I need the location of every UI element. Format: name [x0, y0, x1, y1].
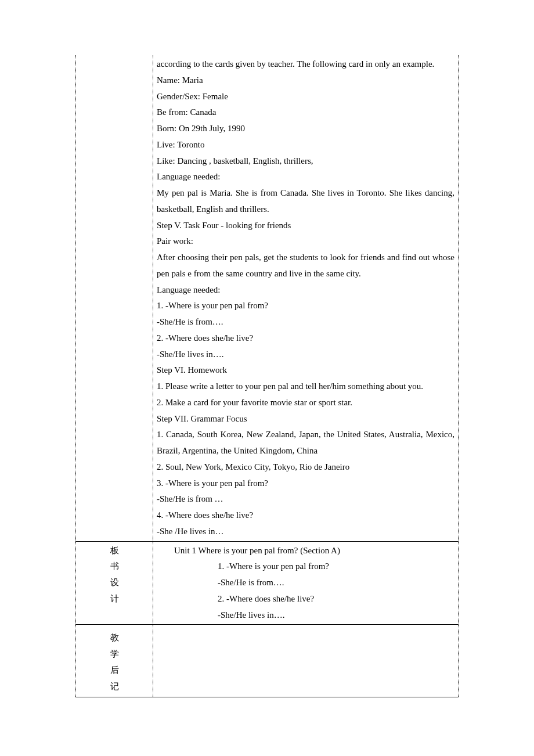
content-line: Pair work: — [157, 233, 454, 250]
board-line: -She/He lives in…. — [157, 607, 454, 624]
content-line: 2. Soul, New York, Mexico City, Tokyo, R… — [157, 459, 454, 476]
document-page: according to the cards given by teacher.… — [0, 0, 534, 756]
content-line: -She/He lives in…. — [157, 347, 454, 363]
content-line: 3. -Where is your pen pal from? — [157, 476, 454, 492]
content-line: Live: Toronto — [157, 137, 454, 153]
label-char: 学 — [80, 646, 149, 663]
content-line: Gender/Sex: Female — [157, 89, 454, 105]
content-line: Language needed: — [157, 282, 454, 298]
label-char: 计 — [80, 591, 149, 607]
content-line: Like: Dancing , basketball, English, thr… — [157, 153, 454, 170]
content-line: -She /He lives in… — [157, 524, 454, 540]
table-row: according to the cards given by teacher.… — [76, 55, 459, 541]
content-line: according to the cards given by teacher.… — [157, 56, 454, 73]
content-line: Language needed: — [157, 169, 454, 185]
row3-content-cell — [153, 625, 459, 697]
label-char: 教 — [80, 630, 149, 646]
label-char: 记 — [80, 679, 149, 695]
row3-label-cell: 教 学 后 记 — [76, 625, 153, 697]
label-char: 设 — [80, 575, 149, 591]
label-char: 板 — [80, 543, 149, 559]
content-line: 1. Please write a letter to your pen pal… — [157, 379, 454, 395]
content-line: Step VI. Homework — [157, 362, 454, 379]
content-line: -She/He is from … — [157, 491, 454, 507]
content-line: -She/He is from…. — [157, 314, 454, 330]
content-line: Be from: Canada — [157, 105, 454, 121]
content-line: Step V. Task Four - looking for friends — [157, 218, 454, 234]
board-line: 2. -Where does she/he live? — [157, 591, 454, 607]
row2-content-cell: Unit 1 Where is your pen pal from? (Sect… — [153, 541, 459, 625]
content-line: 1. Canada, South Korea, New Zealand, Jap… — [157, 427, 454, 459]
row1-label-cell — [76, 55, 153, 541]
label-char: 书 — [80, 559, 149, 575]
table-row: 教 学 后 记 — [76, 625, 459, 697]
board-line: -She/He is from…. — [157, 575, 454, 591]
content-line: 2. -Where does she/he live? — [157, 330, 454, 347]
label-char: 后 — [80, 663, 149, 679]
board-line: Unit 1 Where is your pen pal from? (Sect… — [157, 543, 454, 559]
lesson-plan-table: according to the cards given by teacher.… — [75, 55, 459, 697]
board-line: 1. -Where is your pen pal from? — [157, 559, 454, 575]
content-line: Step VII. Grammar Focus — [157, 411, 454, 427]
content-line: After choosing their pen pals, get the s… — [157, 250, 454, 282]
table-row: 板 书 设 计 Unit 1 Where is your pen pal fro… — [76, 541, 459, 625]
row2-label-cell: 板 书 设 计 — [76, 541, 153, 625]
content-line: My pen pal is Maria. She is from Canada.… — [157, 185, 454, 218]
content-line: 4. -Where does she/he live? — [157, 507, 454, 524]
content-line: 1. -Where is your pen pal from? — [157, 298, 454, 314]
content-line: Name: Maria — [157, 73, 454, 89]
content-line: 2. Make a card for your favorite movie s… — [157, 395, 454, 411]
row1-content-cell: according to the cards given by teacher.… — [153, 55, 459, 541]
content-line: Born: On 29th July, 1990 — [157, 121, 454, 137]
